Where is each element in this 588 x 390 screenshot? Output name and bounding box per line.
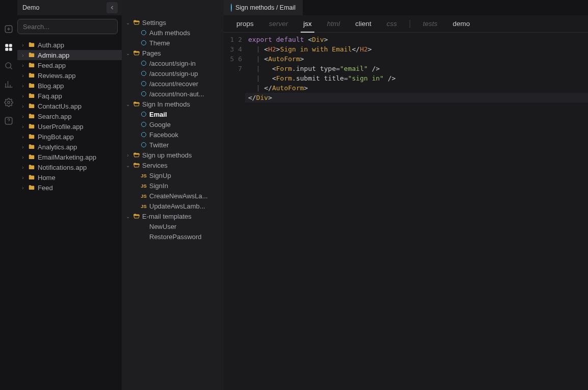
view-tab-props[interactable]: props: [229, 15, 261, 32]
add-icon[interactable]: [4, 24, 13, 34]
tab-bar: Sign methods / Email: [224, 0, 588, 15]
project-item[interactable]: ›Reviews.app: [17, 70, 122, 81]
search-input[interactable]: [17, 19, 118, 34]
project-item[interactable]: ›PingBot.app: [17, 132, 122, 142]
chevron-right-icon: ›: [20, 114, 25, 119]
tree-item[interactable]: Facebook: [122, 129, 224, 140]
project-title: Demo: [22, 4, 39, 11]
tree-item[interactable]: /account/sign-up: [122, 68, 224, 79]
circle-icon: [141, 40, 146, 45]
project-item[interactable]: ›Admin.app: [17, 50, 122, 60]
gear-icon[interactable]: [4, 98, 13, 107]
folder-icon: [28, 153, 35, 161]
code-editor[interactable]: 1 2 3 4 5 6 7 export default <Div> | <H2…: [224, 33, 588, 390]
project-item[interactable]: ›Feed.app: [17, 60, 122, 70]
tree-item[interactable]: Twitter: [122, 140, 224, 150]
tree-item-label: /account/non-aut...: [149, 90, 204, 98]
chart-icon[interactable]: [4, 80, 13, 89]
tree-item[interactable]: Theme: [122, 38, 224, 48]
tree-item-label: CreateNewAwsLa...: [149, 192, 208, 200]
view-tab-client[interactable]: client: [348, 15, 379, 32]
view-tab-server[interactable]: server: [261, 15, 296, 32]
project-item-label: Feed.app: [38, 62, 66, 69]
tree-item-label: /account/sign-up: [149, 70, 198, 77]
tree-folder-label: Pages: [142, 49, 161, 57]
project-item-label: Blog.app: [38, 82, 64, 90]
folder-icon: [28, 123, 35, 130]
tree-folder[interactable]: ⌄E-mail templates: [122, 211, 224, 221]
project-item[interactable]: ›Analytics.app: [17, 142, 122, 152]
circle-icon: [141, 81, 146, 86]
tree-item[interactable]: JSSignIn: [122, 180, 224, 191]
circle-icon: [231, 4, 232, 11]
view-tab-tests[interactable]: tests: [415, 15, 445, 32]
chevron-right-icon: ›: [20, 165, 25, 170]
tree-item-label: /account/sign-in: [149, 60, 196, 67]
tree-folder[interactable]: ⌄Settings: [122, 17, 224, 28]
tree-folder-label: Sign up methods: [142, 151, 192, 159]
tree-item-label: Theme: [149, 39, 170, 47]
tree-folder[interactable]: ›Sign up methods: [122, 150, 224, 160]
tree-item[interactable]: JSUpdateAwsLamb...: [122, 201, 224, 211]
tree-item[interactable]: /account/sign-in: [122, 58, 224, 68]
chevron-right-icon: ›: [20, 134, 25, 140]
project-item-label: ContactUs.app: [38, 102, 82, 110]
project-item[interactable]: ›Auth.app: [17, 40, 122, 50]
folder-icon: [28, 72, 35, 79]
tree-item[interactable]: Auth methods: [122, 28, 224, 38]
js-icon: JS: [141, 183, 147, 189]
project-item[interactable]: ›Blog.app: [17, 81, 122, 91]
tree-item[interactable]: /account/non-aut...: [122, 89, 224, 99]
tree-item[interactable]: RestorePassword: [122, 231, 224, 242]
help-icon[interactable]: [4, 116, 13, 125]
project-item[interactable]: ›Faq.app: [17, 91, 122, 101]
tree-folder[interactable]: ⌄Services: [122, 160, 224, 170]
project-item[interactable]: ›Feed: [17, 183, 122, 193]
tree-item-label: Facebook: [149, 131, 178, 139]
project-item[interactable]: ›ContactUs.app: [17, 101, 122, 111]
file-tab[interactable]: Sign methods / Email: [224, 0, 303, 15]
circle-icon: [141, 71, 146, 76]
search-icon[interactable]: [4, 61, 13, 70]
view-tab-html[interactable]: html: [319, 15, 348, 32]
line-gutter: 1 2 3 4 5 6 7: [224, 35, 248, 390]
tree-folder[interactable]: ⌄Sign In methods: [122, 99, 224, 109]
circle-icon: [141, 112, 146, 117]
tree-item[interactable]: /account/recover: [122, 79, 224, 89]
folder-open-icon: [133, 213, 140, 220]
tree-item[interactable]: JSSignUp: [122, 170, 224, 180]
circle-icon: [141, 30, 146, 35]
chevron-right-icon: ›: [20, 154, 25, 160]
tree-folder-label: Sign In methods: [142, 100, 190, 108]
project-item[interactable]: ›Home: [17, 172, 122, 183]
project-item-label: Home: [38, 174, 56, 181]
folder-open-icon: [133, 162, 140, 169]
project-item[interactable]: ›Search.app: [17, 111, 122, 121]
circle-icon: [141, 91, 146, 96]
svg-rect-4: [9, 48, 12, 51]
view-tab-css[interactable]: css: [379, 15, 405, 32]
tree-folder[interactable]: ⌄Pages: [122, 48, 224, 58]
collapse-sidebar-button[interactable]: [106, 2, 118, 13]
project-item-label: PingBot.app: [38, 133, 74, 141]
tree-folder-label: E-mail templates: [142, 213, 192, 220]
tree-item[interactable]: NewUser: [122, 221, 224, 231]
view-tab-jsx[interactable]: jsx: [296, 15, 319, 32]
project-item[interactable]: ›EmailMarketing.app: [17, 152, 122, 162]
project-item[interactable]: ›Notifications.app: [17, 162, 122, 172]
chevron-right-icon: ›: [20, 185, 25, 191]
project-item-label: UserProfile.app: [38, 123, 84, 131]
svg-rect-2: [9, 44, 12, 47]
tree-item[interactable]: Google: [122, 119, 224, 129]
view-tab-demo[interactable]: demo: [445, 15, 478, 32]
tree-item[interactable]: Email: [122, 109, 224, 119]
project-item[interactable]: ›UserProfile.app: [17, 121, 122, 132]
project-item-label: Admin.app: [38, 51, 69, 59]
file-tab-label: Sign methods / Email: [235, 4, 296, 11]
project-item-label: EmailMarketing.app: [38, 153, 96, 161]
apps-icon[interactable]: [4, 43, 13, 52]
folder-open-icon: [133, 19, 140, 26]
tree-item[interactable]: JSCreateNewAwsLa...: [122, 191, 224, 201]
tree-item-label: /account/recover: [149, 80, 198, 88]
svg-rect-1: [5, 44, 8, 47]
